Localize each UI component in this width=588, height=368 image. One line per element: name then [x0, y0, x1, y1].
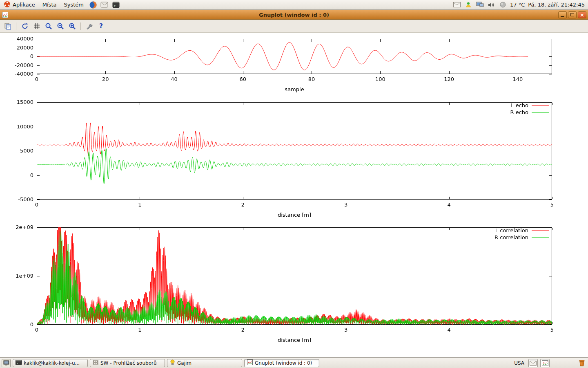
taskbar-right: USA [512, 359, 586, 368]
task-terminal[interactable]: kaklik@kaklik-kolej-u... [13, 359, 88, 367]
minimize-button[interactable] [558, 11, 567, 18]
gnuplot-window-icon [2, 11, 9, 18]
taskbar: kaklik@kaklik-kolej-u... SW - Prohlížeč … [0, 357, 588, 368]
maximize-button[interactable] [568, 11, 577, 18]
toolbar-separator-2 [80, 22, 81, 30]
titlebar[interactable]: Gnuplot (window id : 0) × [0, 10, 588, 20]
chart-sample-waveform[interactable] [0, 33, 588, 96]
minimize-icon [561, 16, 564, 17]
terminal-launcher-icon[interactable] [111, 0, 121, 10]
chart-correlation[interactable] [0, 221, 588, 348]
top-panel: Aplikace Místa Systém [0, 0, 588, 10]
file-cabinet-icon [93, 360, 98, 366]
task-file-browser[interactable]: SW - Prohlížeč souborů [90, 359, 165, 367]
notification-area-icon[interactable] [540, 359, 550, 367]
panel-right: 17 °C Pá, 18. září, 21:42:45 [453, 0, 588, 9]
terminal-icon [16, 360, 22, 366]
toolbar-separator [16, 22, 16, 30]
trash-icon[interactable] [577, 359, 586, 368]
menu-system[interactable]: Systém [60, 0, 87, 9]
toolbar: ? [0, 20, 588, 33]
close-icon: × [580, 12, 584, 18]
zoom-in-button[interactable] [67, 21, 77, 31]
task-file-browser-label: SW - Prohlížeč souborů [100, 360, 162, 366]
show-desktop-button[interactable] [2, 359, 11, 367]
maximize-icon [570, 13, 574, 16]
window-title: Gnuplot (window id : 0) [0, 12, 588, 18]
gnuplot-task-icon [247, 359, 253, 366]
menu-applications[interactable]: Aplikace [0, 0, 39, 9]
zoom-out-button[interactable] [55, 21, 65, 31]
mail-launcher-icon[interactable] [100, 0, 109, 10]
help-button[interactable]: ? [96, 21, 106, 31]
plot-area [0, 33, 588, 348]
menu-system-label: Systém [64, 2, 83, 8]
weather-icon[interactable] [499, 1, 507, 9]
mail-notification-icon[interactable] [453, 1, 461, 9]
clock-label[interactable]: Pá, 18. září, 21:42:45 [528, 2, 585, 8]
toggle-grid-button[interactable] [31, 21, 42, 31]
ubuntu-logo-icon [4, 1, 11, 9]
keyboard-layout-indicator[interactable]: USA [512, 360, 526, 366]
help-icon: ? [99, 22, 103, 30]
task-gnuplot-label: Gnuplot (window id : 0) [255, 360, 316, 366]
close-button[interactable]: × [578, 11, 586, 18]
menu-applications-label: Aplikace [13, 2, 35, 8]
temperature-label[interactable]: 17 °C [510, 2, 525, 8]
gnuplot-window: Gnuplot (window id : 0) × [0, 10, 588, 357]
replot-button[interactable] [20, 21, 30, 31]
panel-left: Aplikace Místa Systém [0, 0, 122, 9]
settings-wrench-button[interactable] [84, 21, 94, 31]
window-buttons: × [558, 11, 586, 18]
chart-echo-signals[interactable] [0, 96, 588, 221]
gajim-bulb-icon [170, 359, 175, 366]
task-gajim-label: Gajim [177, 360, 239, 366]
firefox-icon[interactable] [88, 0, 98, 10]
task-gajim[interactable]: Gajim [167, 359, 242, 367]
task-terminal-label: kaklik@kaklik-kolej-u... [24, 360, 85, 366]
menu-places-label: Místa [42, 2, 57, 8]
display-monitor-icon[interactable] [476, 1, 484, 9]
copy-clipboard-button[interactable] [2, 21, 13, 31]
menu-places[interactable]: Místa [39, 0, 60, 9]
gajim-status-icon[interactable] [464, 1, 472, 9]
zoom-previous-button[interactable] [43, 21, 53, 31]
mail-tray-icon[interactable] [528, 359, 538, 367]
volume-icon[interactable] [487, 1, 495, 9]
task-gnuplot[interactable]: Gnuplot (window id : 0) [244, 359, 319, 367]
